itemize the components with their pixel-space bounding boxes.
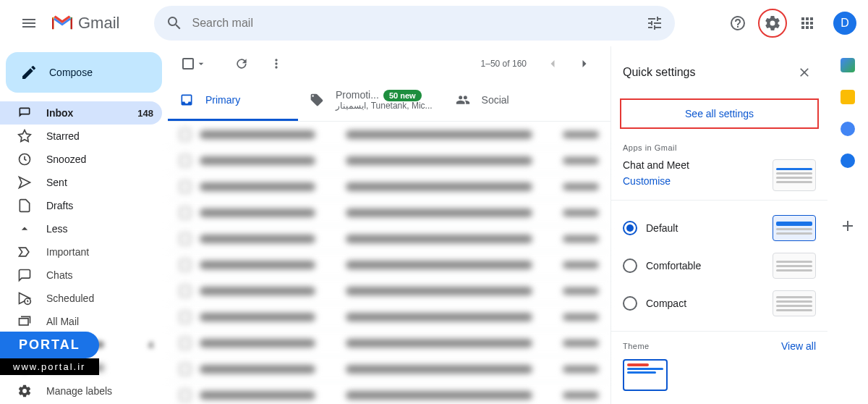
sidebar-item-label: Less [46, 223, 68, 235]
mail-row[interactable] [168, 174, 610, 200]
calendar-app-button[interactable] [841, 58, 855, 72]
important-icon [17, 245, 32, 259]
density-default[interactable]: Default [623, 209, 816, 247]
sidebar-item-label: All Mail [46, 316, 79, 327]
add-app-button[interactable] [839, 217, 856, 235]
inbox-count: 148 [137, 108, 153, 119]
tune-icon[interactable] [646, 14, 663, 32]
sidebar-item-inbox[interactable]: Inbox 148 [0, 101, 162, 125]
tab-label: Social [482, 94, 509, 106]
mail-list [168, 122, 610, 404]
mail-row[interactable] [168, 330, 610, 356]
page-info: 1–50 of 160 [481, 59, 527, 69]
sidebar-item-sent[interactable]: Sent [0, 171, 162, 194]
theme-title: Theme [623, 342, 650, 350]
help-button[interactable] [723, 9, 752, 38]
refresh-button[interactable] [227, 49, 256, 78]
clock-icon [17, 152, 32, 167]
mail-row[interactable] [168, 252, 610, 278]
more-button[interactable] [262, 49, 291, 78]
theme-thumbnail[interactable] [623, 359, 668, 391]
sidebar-item-chats[interactable]: Chats [0, 264, 162, 287]
close-quick-settings-button[interactable] [793, 61, 816, 84]
sidebar-item-important[interactable]: Important [0, 240, 162, 264]
tab-social[interactable]: Social [444, 81, 574, 121]
apps-section: Apps in Gmail Chat and Meet Customise [611, 135, 827, 201]
mail-row[interactable] [168, 382, 610, 404]
tab-label: Promoti... [336, 89, 379, 101]
search-bar[interactable] [154, 6, 675, 41]
select-all-checkbox[interactable] [179, 55, 210, 72]
tab-primary[interactable]: Primary [168, 81, 298, 121]
more-vert-icon [269, 56, 284, 71]
schedule-icon [17, 291, 32, 306]
hamburger-icon [20, 14, 38, 32]
mail-row[interactable] [168, 356, 610, 382]
mail-row[interactable] [168, 278, 610, 304]
density-preview-default [773, 215, 816, 241]
customise-link[interactable]: Customise [623, 175, 689, 187]
density-label: Compact [646, 298, 686, 309]
chevron-up-icon [17, 222, 32, 236]
sidebar-item-manage-labels[interactable]: Manage labels [0, 379, 162, 403]
radio-icon [623, 258, 637, 273]
sidebar-item-starred[interactable]: Starred [0, 125, 162, 148]
mail-row[interactable] [168, 122, 610, 148]
view-all-themes-link[interactable]: View all [781, 340, 816, 352]
density-preview-compact [773, 290, 816, 316]
chevron-left-icon [545, 56, 560, 71]
settings-button[interactable] [758, 9, 787, 38]
prev-page-button[interactable] [538, 49, 567, 78]
category-count: 4 [148, 340, 153, 350]
sidebar-item-drafts[interactable]: Drafts [0, 194, 162, 217]
inbox-icon [17, 106, 32, 120]
radio-icon [623, 221, 637, 235]
next-page-button[interactable] [570, 49, 599, 78]
main-menu-button[interactable] [12, 6, 46, 41]
gmail-logo[interactable]: Gmail [52, 14, 119, 33]
gear-icon [17, 384, 32, 398]
search-input[interactable] [192, 17, 637, 30]
compose-button[interactable]: Compose [6, 52, 162, 93]
app-header: Gmail D [0, 0, 868, 46]
refresh-icon [234, 56, 249, 71]
gmail-brand-text: Gmail [78, 14, 119, 33]
mail-stack-icon [17, 314, 32, 329]
mail-row[interactable] [168, 148, 610, 174]
density-comfortable[interactable]: Comfortable [623, 247, 816, 285]
tab-promotions[interactable]: Promoti...50 new ایسمینار, Tunetank, Mic… [298, 81, 444, 121]
apps-grid-icon [799, 14, 816, 32]
search-icon [166, 14, 183, 32]
inbox-tab-icon [179, 93, 194, 107]
see-all-settings-button[interactable]: See all settings [620, 98, 819, 129]
header-actions: D [723, 9, 856, 38]
sidebar-item-allmail[interactable]: All Mail [0, 310, 162, 333]
side-panel [827, 46, 868, 404]
chevron-down-icon [195, 58, 207, 70]
gear-icon [764, 14, 781, 32]
sidebar-item-label: Drafts [46, 200, 73, 211]
chat-meet-label: Chat and Meet [623, 159, 689, 171]
sidebar-item-snoozed[interactable]: Snoozed [0, 148, 162, 171]
apps-preview [773, 159, 816, 191]
tasks-app-button[interactable] [841, 122, 855, 136]
promotions-sublabel: ایسمینار, Tunetank, Mic... [336, 101, 433, 111]
mail-toolbar: 1–50 of 160 [168, 46, 610, 81]
apps-button[interactable] [793, 9, 822, 38]
account-avatar[interactable]: D [833, 12, 856, 35]
keep-app-button[interactable] [841, 90, 855, 104]
sidebar-item-scheduled[interactable]: Scheduled [0, 287, 162, 310]
sidebar-item-less[interactable]: Less [0, 217, 162, 240]
mail-row[interactable] [168, 200, 610, 226]
category-tabs: Primary Promoti...50 new ایسمینار, Tunet… [168, 81, 610, 122]
mail-row[interactable] [168, 304, 610, 330]
mail-row[interactable] [168, 226, 610, 252]
density-compact[interactable]: Compact [623, 285, 816, 322]
density-preview-comfortable [773, 253, 816, 279]
contacts-app-button[interactable] [841, 153, 855, 168]
density-label: Comfortable [646, 260, 701, 272]
watermark-url: www.portal.ir [0, 358, 99, 375]
compose-label: Compose [49, 67, 93, 78]
sidebar-item-label: Chats [46, 269, 73, 281]
watermark-overlay: PORTAL www.portal.ir [0, 332, 99, 375]
